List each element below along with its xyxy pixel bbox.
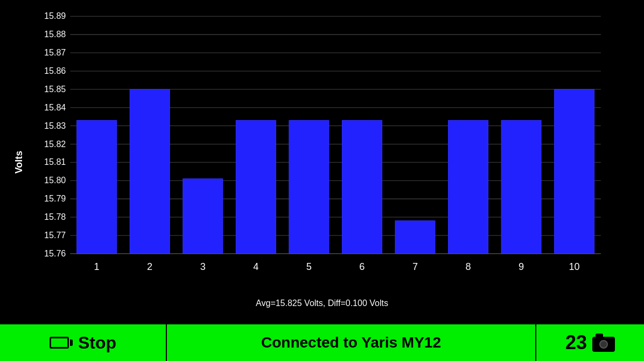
svg-rect-28 xyxy=(77,120,117,253)
svg-text:15.88: 15.88 xyxy=(44,29,66,39)
battery-icon xyxy=(50,337,73,349)
svg-rect-30 xyxy=(130,89,170,254)
svg-text:15.85: 15.85 xyxy=(44,84,66,94)
svg-text:15.78: 15.78 xyxy=(44,212,66,221)
svg-text:8: 8 xyxy=(465,261,471,272)
svg-rect-44 xyxy=(501,120,541,253)
camera-icon xyxy=(592,334,615,352)
svg-text:15.89: 15.89 xyxy=(44,11,66,20)
svg-rect-34 xyxy=(236,120,276,253)
bar-chart: 15.7615.7715.7815.7915.8015.8115.8215.83… xyxy=(38,11,612,281)
svg-text:15.80: 15.80 xyxy=(44,175,66,185)
svg-text:15.81: 15.81 xyxy=(44,157,66,166)
svg-rect-38 xyxy=(342,120,382,253)
camera-lens xyxy=(599,340,608,349)
svg-text:10: 10 xyxy=(569,261,580,272)
svg-text:1: 1 xyxy=(94,261,100,272)
svg-text:15.79: 15.79 xyxy=(44,193,66,203)
svg-text:2: 2 xyxy=(147,261,152,272)
camera-body xyxy=(592,337,615,352)
svg-rect-46 xyxy=(555,89,594,254)
count-label: 23 xyxy=(565,331,587,354)
chart-inner: 15.7615.7715.7815.7915.8015.8115.8215.83… xyxy=(38,11,612,281)
svg-text:15.77: 15.77 xyxy=(44,230,66,240)
svg-text:15.87: 15.87 xyxy=(44,47,66,57)
chart-area: Volts 15.7615.7715.7815.7915.8015.8115.8… xyxy=(0,0,644,324)
svg-text:4: 4 xyxy=(253,261,258,272)
svg-text:9: 9 xyxy=(519,261,524,272)
svg-text:6: 6 xyxy=(359,261,365,272)
battery-terminal xyxy=(70,339,73,346)
svg-rect-40 xyxy=(395,221,435,254)
connection-section: Connected to Yaris MY12 xyxy=(167,324,536,361)
stop-button[interactable]: Stop xyxy=(78,333,116,353)
svg-text:3: 3 xyxy=(200,261,206,272)
svg-text:15.82: 15.82 xyxy=(44,138,66,148)
stop-section[interactable]: Stop xyxy=(0,324,167,361)
y-axis-label: Volts xyxy=(13,151,25,174)
svg-text:15.86: 15.86 xyxy=(44,66,66,75)
avg-label: Avg=15.825 Volts, Diff=0.100 Volts xyxy=(0,298,644,308)
count-section: 23 xyxy=(536,324,644,361)
svg-text:7: 7 xyxy=(412,261,418,272)
svg-text:15.83: 15.83 xyxy=(44,121,66,130)
battery-body xyxy=(50,337,69,349)
bottom-bar: Stop Connected to Yaris MY12 23 xyxy=(0,324,644,361)
svg-text:15.84: 15.84 xyxy=(44,102,66,112)
svg-rect-36 xyxy=(289,120,329,253)
svg-text:15.76: 15.76 xyxy=(44,248,66,258)
connection-label: Connected to Yaris MY12 xyxy=(261,334,441,351)
svg-text:5: 5 xyxy=(306,261,312,272)
svg-rect-42 xyxy=(449,120,488,253)
svg-rect-32 xyxy=(183,179,223,254)
